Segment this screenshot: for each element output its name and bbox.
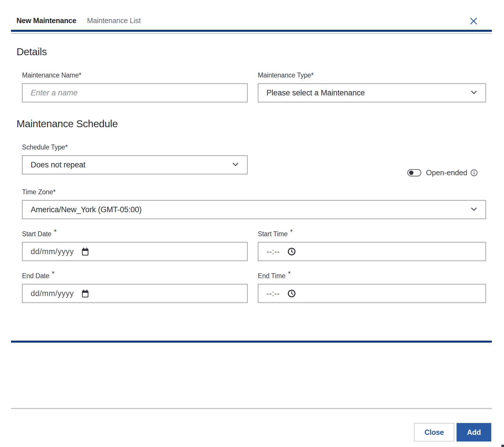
maintenance-type-label: Maintenance Type* xyxy=(258,71,486,79)
maintenance-name-label: Maintenance Name* xyxy=(22,71,248,79)
end-time-value: --:-- xyxy=(266,289,280,298)
start-date-field: Start Date* dd/mm/yyyy xyxy=(22,230,248,261)
schedule-type-label: Schedule Type* xyxy=(22,143,248,151)
details-heading: Details xyxy=(16,46,492,58)
dialog-footer: Close Add xyxy=(11,423,491,442)
tab-maintenance-list[interactable]: Maintenance List xyxy=(87,16,141,25)
screen-corner-artifact xyxy=(501,445,504,447)
close-dialog-button[interactable]: Close xyxy=(414,423,454,442)
body-footer-divider xyxy=(11,341,492,343)
tab-bar: New Maintenance Maintenance List xyxy=(16,16,141,25)
chevron-down-icon xyxy=(231,160,240,169)
required-asterisk: * xyxy=(288,270,291,278)
required-asterisk: * xyxy=(52,270,54,278)
calendar-icon[interactable] xyxy=(81,247,89,256)
open-ended-toggle[interactable] xyxy=(407,169,421,176)
start-date-value: dd/mm/yyyy xyxy=(31,247,74,256)
end-time-field: End Time* --:-- xyxy=(258,272,486,303)
start-date-label: Start Date* xyxy=(22,230,248,238)
start-date-input[interactable]: dd/mm/yyyy xyxy=(22,242,248,261)
maintenance-type-select[interactable]: Please select a Maintenance xyxy=(258,83,486,102)
maintenance-type-field: Maintenance Type* Please select a Mainte… xyxy=(258,71,486,102)
time-zone-select[interactable]: America/New_York (GMT-05:00) xyxy=(22,200,486,219)
schedule-heading: Maintenance Schedule xyxy=(16,118,486,130)
maintenance-name-input[interactable] xyxy=(22,83,248,102)
calendar-icon[interactable] xyxy=(81,289,89,298)
start-time-field: Start Time* --:-- xyxy=(258,230,486,261)
clock-icon[interactable] xyxy=(287,289,296,298)
header-subdivider xyxy=(11,33,492,34)
clock-icon[interactable] xyxy=(287,247,296,256)
end-date-field: End Date* dd/mm/yyyy xyxy=(22,272,248,303)
info-icon[interactable] xyxy=(470,169,478,177)
end-time-label: End Time* xyxy=(258,272,486,280)
new-maintenance-dialog: New Maintenance Maintenance List Details… xyxy=(0,0,504,447)
open-ended-row: Open-ended xyxy=(258,143,486,177)
end-date-label: End Date* xyxy=(22,272,248,280)
time-zone-label: Time Zone* xyxy=(22,188,486,196)
time-zone-row: Time Zone* America/New_York (GMT-05:00) xyxy=(22,188,486,219)
close-icon xyxy=(469,22,478,26)
maintenance-name-field: Maintenance Name* xyxy=(22,71,248,102)
end-time-input[interactable]: --:-- xyxy=(258,284,486,303)
toggle-knob xyxy=(409,171,413,175)
footer-divider xyxy=(11,408,492,409)
end-date-input[interactable]: dd/mm/yyyy xyxy=(22,284,248,303)
schedule-type-select[interactable]: Does not repeat xyxy=(22,155,248,174)
chevron-down-icon xyxy=(470,88,478,97)
required-asterisk: * xyxy=(290,228,293,236)
start-time-input[interactable]: --:-- xyxy=(258,242,486,261)
start-time-label: Start Time* xyxy=(258,230,486,238)
time-zone-value: America/New_York (GMT-05:00) xyxy=(31,205,142,214)
time-zone-field: Time Zone* America/New_York (GMT-05:00) xyxy=(22,188,486,219)
dialog-header: New Maintenance Maintenance List xyxy=(16,0,492,25)
chevron-down-icon xyxy=(470,205,478,214)
tab-new-maintenance[interactable]: New Maintenance xyxy=(16,16,76,25)
add-button[interactable]: Add xyxy=(457,423,491,442)
close-button[interactable] xyxy=(469,17,478,25)
schedule-type-value: Does not repeat xyxy=(31,160,85,169)
schedule-type-field: Schedule Type* Does not repeat xyxy=(22,143,248,177)
maintenance-type-value: Please select a Maintenance xyxy=(266,88,365,97)
end-date-value: dd/mm/yyyy xyxy=(31,289,74,298)
open-ended-label: Open-ended xyxy=(426,168,467,177)
header-divider xyxy=(11,30,492,32)
required-asterisk: * xyxy=(54,228,57,236)
start-time-value: --:-- xyxy=(266,247,280,256)
